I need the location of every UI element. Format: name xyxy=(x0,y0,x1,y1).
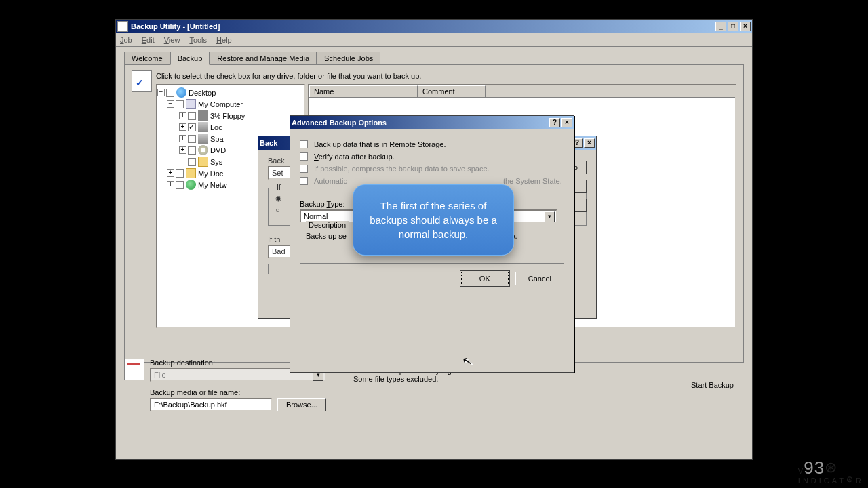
checkbox-compress xyxy=(300,165,308,173)
node-floppy[interactable]: 3½ Floppy xyxy=(210,112,245,120)
checkbox[interactable] xyxy=(176,169,184,178)
list-header: Name Comment xyxy=(309,85,735,98)
desktop-icon xyxy=(176,87,186,98)
menu-job[interactable]: JJobob xyxy=(120,36,132,44)
opts-line2: Some file types excluded. xyxy=(353,375,454,383)
checkbox[interactable] xyxy=(188,112,196,120)
tab-welcome[interactable]: Welcome xyxy=(124,52,170,65)
node-spare[interactable]: Spa xyxy=(210,135,224,143)
start-backup-button[interactable]: Start Backup xyxy=(684,378,741,392)
dialog2-close-button[interactable]: × xyxy=(561,118,572,127)
hint-callout: The first of the series of backups shoul… xyxy=(353,184,514,256)
menu-bar: JJobob Edit View Tools Help xyxy=(116,33,752,47)
opt-verify: Verify data after backup. xyxy=(314,152,395,161)
menu-view[interactable]: View xyxy=(164,36,180,44)
backup-panel-icon xyxy=(132,70,152,92)
window-title: Backup Utility - [Untitled] xyxy=(131,22,220,30)
folder-icon xyxy=(198,157,208,167)
menu-help[interactable]: Help xyxy=(216,36,232,44)
checkbox[interactable] xyxy=(188,158,196,166)
tab-backup[interactable]: Backup xyxy=(170,52,210,65)
checkbox[interactable] xyxy=(268,264,269,274)
node-local[interactable]: Loc xyxy=(210,123,222,131)
expander-icon[interactable]: + xyxy=(179,112,186,119)
dialog2-help-button[interactable]: ? xyxy=(549,118,560,127)
checkbox[interactable] xyxy=(188,123,196,131)
ok-button[interactable]: OK xyxy=(461,272,509,285)
expander-icon[interactable]: + xyxy=(179,123,186,131)
checkbox[interactable] xyxy=(176,100,184,108)
opt-compress: If possible, compress the backup data to… xyxy=(314,165,490,173)
dialog2-titlebar: Advanced Backup Options ? × xyxy=(290,116,574,129)
instruction-text: Click to select the check box for any dr… xyxy=(156,72,736,80)
dvd-icon xyxy=(198,145,208,155)
node-desktop[interactable]: Desktop xyxy=(189,89,216,97)
checkbox[interactable] xyxy=(188,146,196,155)
node-mycomputer[interactable]: My Computer xyxy=(198,100,243,108)
checkbox[interactable] xyxy=(166,89,174,97)
hdd-icon xyxy=(198,134,208,144)
cancel-button[interactable]: Cancel xyxy=(515,272,564,285)
watermark: V93⊛ INDICAT⊛R xyxy=(798,457,864,485)
checkbox-remote-storage[interactable] xyxy=(300,140,308,148)
floppy-icon xyxy=(198,110,208,121)
browse-button[interactable]: Browse... xyxy=(277,398,326,411)
col-comment[interactable]: Comment xyxy=(418,85,486,97)
checkbox[interactable] xyxy=(176,181,184,189)
checkbox-systemstate xyxy=(300,177,308,185)
node-mynet[interactable]: My Netw xyxy=(198,181,227,189)
titlebar: Backup Utility - [Untitled] _ □ × xyxy=(116,20,752,33)
menu-edit[interactable]: Edit xyxy=(142,36,155,44)
expander-icon[interactable]: − xyxy=(157,89,165,96)
close-button[interactable]: × xyxy=(740,22,751,31)
tab-schedule[interactable]: Schedule Jobs xyxy=(317,52,380,65)
destination-icon xyxy=(124,359,144,380)
dialog2-title: Advanced Backup Options xyxy=(292,119,387,127)
media-input[interactable]: E:\Backup\Backup.bkf xyxy=(150,398,272,411)
dialog1-title: Back xyxy=(260,139,277,147)
expander-icon[interactable]: − xyxy=(167,100,174,108)
folder-icon xyxy=(186,168,196,178)
col-name[interactable]: Name xyxy=(309,85,418,97)
network-icon xyxy=(186,180,196,190)
d1-if-legend: If xyxy=(274,183,283,191)
expander-icon[interactable]: + xyxy=(167,181,174,188)
minimize-button[interactable]: _ xyxy=(715,22,726,31)
hdd-icon xyxy=(198,122,208,132)
tab-restore[interactable]: Restore and Manage Media xyxy=(210,52,317,65)
expander-icon[interactable]: + xyxy=(179,146,186,154)
node-sys[interactable]: Sys xyxy=(210,158,222,166)
checkbox[interactable] xyxy=(188,135,196,143)
expander-icon[interactable]: + xyxy=(167,169,174,177)
opt-remote-storage: Back up data that is in Remote Storage. xyxy=(314,140,446,148)
computer-icon xyxy=(186,99,196,109)
app-icon xyxy=(117,21,128,32)
menu-tools[interactable]: Tools xyxy=(189,36,207,44)
node-mydocs[interactable]: My Doc xyxy=(198,169,223,178)
checkbox-verify[interactable] xyxy=(300,152,308,161)
dialog1-close-button[interactable]: × xyxy=(584,138,595,148)
maximize-button[interactable]: □ xyxy=(728,22,738,31)
expander-icon[interactable]: + xyxy=(179,135,186,142)
media-label: Backup media or file name: xyxy=(150,388,326,396)
node-dvd[interactable]: DVD xyxy=(210,146,226,155)
tab-bar: Welcome Backup Restore and Manage Media … xyxy=(124,51,752,64)
desc-legend: Description xyxy=(306,221,349,229)
